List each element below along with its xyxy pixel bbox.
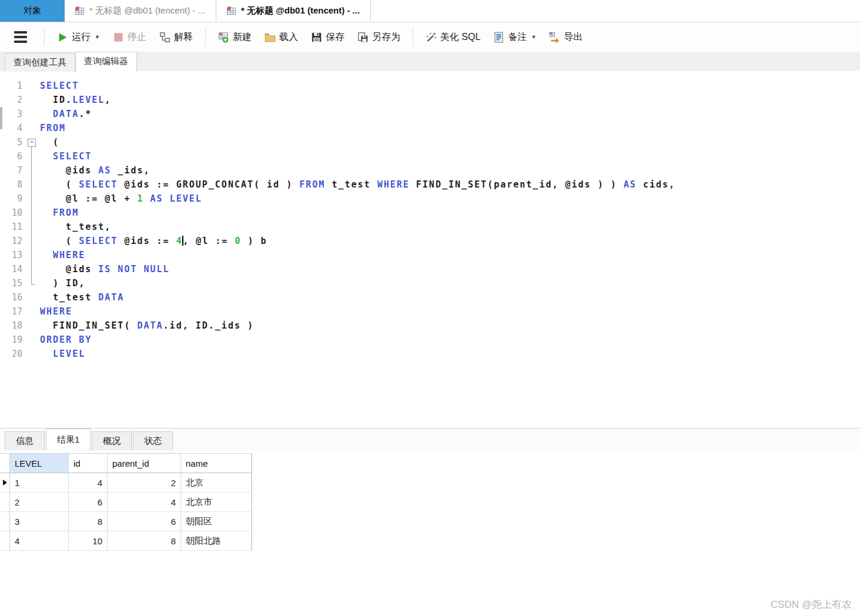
- column-header[interactable]: id: [69, 454, 108, 473]
- fold-gutter: [26, 220, 38, 234]
- table-row[interactable]: 264北京市: [0, 493, 252, 512]
- code-line[interactable]: 7 @ids AS _ids,: [0, 163, 860, 178]
- table-row[interactable]: 142北京: [0, 473, 252, 493]
- column-header[interactable]: LEVEL: [10, 454, 69, 473]
- result-cell[interactable]: 6: [108, 512, 181, 531]
- line-number: 8: [0, 178, 26, 192]
- code-text: FIND_IN_SET( DATA.id, ID._ids ): [38, 319, 254, 333]
- column-header[interactable]: name: [181, 454, 252, 473]
- code-line[interactable]: 11 t_test,: [0, 220, 860, 234]
- code-area[interactable]: 1SELECT2 ID.LEVEL,3 DATA.*4FROM5 (6 SELE…: [0, 79, 860, 361]
- fold-gutter: [26, 192, 38, 206]
- result-cell[interactable]: 4: [10, 531, 69, 551]
- splitter-handle[interactable]: [0, 107, 2, 129]
- code-line[interactable]: 16 t_test DATA: [0, 290, 860, 304]
- line-number: 19: [0, 333, 26, 347]
- result-cell[interactable]: 6: [69, 493, 108, 512]
- code-line[interactable]: 18 FIND_IN_SET( DATA.id, ID._ids ): [0, 319, 860, 333]
- fold-gutter: [26, 93, 38, 107]
- result-cell[interactable]: 朝阳北路: [181, 531, 252, 551]
- code-text: ) ID,: [38, 276, 85, 290]
- row-selector[interactable]: [0, 473, 10, 493]
- code-line[interactable]: 4FROM: [0, 121, 860, 135]
- code-line[interactable]: 2 ID.LEVEL,: [0, 93, 860, 107]
- row-selector[interactable]: [0, 493, 10, 512]
- line-number: 1: [0, 79, 26, 93]
- line-number: 16: [0, 290, 26, 304]
- stop-button[interactable]: 停止: [107, 27, 152, 48]
- tab-query-2[interactable]: * 无标题 @db01 (tencent) - ...: [216, 0, 371, 22]
- result-pane: 信息 结果1 概况 状态 LEVELidparent_idname142北京26…: [0, 428, 860, 615]
- code-line[interactable]: 9 @l := @l + 1 AS LEVEL: [0, 192, 860, 206]
- export-icon: [549, 32, 560, 43]
- save-as-button[interactable]: 另存为: [352, 27, 406, 48]
- table-row[interactable]: 4108朝阳北路: [0, 531, 252, 551]
- result-cell[interactable]: 8: [69, 512, 108, 531]
- chevron-down-icon: ▼: [531, 34, 536, 40]
- code-line[interactable]: 8 ( SELECT @ids := GROUP_CONCAT( id ) FR…: [0, 178, 860, 192]
- code-line[interactable]: 13 WHERE: [0, 248, 860, 262]
- beautify-sql-button[interactable]: 美化 SQL: [420, 27, 486, 48]
- explain-button[interactable]: 解释: [153, 27, 199, 48]
- table-row[interactable]: 386朝阳区: [0, 512, 252, 531]
- export-button[interactable]: 导出: [543, 27, 588, 48]
- code-line[interactable]: 20 LEVEL: [0, 347, 860, 361]
- code-line[interactable]: 5 (: [0, 135, 860, 149]
- result-cell[interactable]: 3: [10, 512, 69, 531]
- save-button[interactable]: 保存: [305, 27, 350, 48]
- run-button[interactable]: 运行 ▼: [51, 27, 106, 48]
- code-text: t_test,: [38, 220, 111, 234]
- new-query-button[interactable]: 新建: [212, 27, 257, 48]
- tab-query-editor[interactable]: 查询编辑器: [75, 52, 137, 72]
- line-number: 3: [0, 107, 26, 121]
- menu-icon[interactable]: [8, 26, 33, 48]
- result-cell[interactable]: 4: [108, 493, 181, 512]
- result-cell[interactable]: 朝阳区: [181, 512, 252, 531]
- tab-query-builder[interactable]: 查询创建工具: [5, 53, 75, 72]
- result-cell[interactable]: 北京市: [181, 493, 252, 512]
- current-row-icon: [3, 480, 7, 486]
- fold-gutter: [26, 248, 38, 262]
- comment-button[interactable]: 备注 ▼: [487, 27, 542, 48]
- row-selector[interactable]: [0, 512, 10, 531]
- code-line[interactable]: 14 @ids IS NOT NULL: [0, 262, 860, 276]
- code-line[interactable]: 19ORDER BY: [0, 333, 860, 347]
- fold-gutter: [26, 163, 38, 178]
- code-text: WHERE: [38, 304, 72, 319]
- code-line[interactable]: 1SELECT: [0, 79, 860, 93]
- tab-message[interactable]: 信息: [5, 431, 45, 450]
- fold-collapse-icon[interactable]: [26, 135, 38, 149]
- code-line[interactable]: 3 DATA.*: [0, 107, 860, 121]
- code-line[interactable]: 17WHERE: [0, 304, 860, 319]
- code-text: FROM: [38, 121, 66, 135]
- tab-result-1[interactable]: 结果1: [46, 428, 91, 451]
- load-button[interactable]: 载入: [259, 27, 304, 48]
- code-line[interactable]: 15 ) ID,: [0, 276, 860, 290]
- result-cell[interactable]: 4: [69, 473, 108, 493]
- code-text: @ids IS NOT NULL: [38, 262, 170, 276]
- sql-editor[interactable]: 1SELECT2 ID.LEVEL,3 DATA.*4FROM5 (6 SELE…: [0, 72, 860, 428]
- fold-gutter: [26, 79, 38, 93]
- result-cell[interactable]: 北京: [181, 473, 252, 493]
- result-cell[interactable]: 8: [108, 531, 181, 551]
- result-cell[interactable]: 10: [69, 531, 108, 551]
- code-line[interactable]: 12 ( SELECT @ids := 4, @l := 0 ) b: [0, 234, 860, 248]
- code-line[interactable]: 6 SELECT: [0, 149, 860, 163]
- result-cell[interactable]: 2: [108, 473, 181, 493]
- code-text: SELECT: [38, 149, 92, 163]
- tab-status[interactable]: 状态: [133, 431, 173, 450]
- code-line[interactable]: 10 FROM: [0, 206, 860, 220]
- row-selector[interactable]: [0, 531, 10, 551]
- toolbar-separator: [205, 28, 206, 46]
- result-cell[interactable]: 1: [10, 473, 69, 493]
- tab-query-1[interactable]: * 无标题 @db01 (tencent) - ...: [65, 0, 216, 22]
- result-grid[interactable]: LEVELidparent_idname142北京264北京市386朝阳区410…: [0, 453, 252, 551]
- fold-gutter: [26, 290, 38, 304]
- column-header[interactable]: parent_id: [108, 454, 181, 473]
- result-cell[interactable]: 2: [10, 493, 69, 512]
- tab-objects-label: 对象: [24, 5, 41, 16]
- fold-gutter: [26, 347, 38, 361]
- tab-objects[interactable]: 对象: [0, 0, 65, 22]
- tab-profile[interactable]: 概况: [92, 431, 132, 450]
- line-number: 10: [0, 206, 26, 220]
